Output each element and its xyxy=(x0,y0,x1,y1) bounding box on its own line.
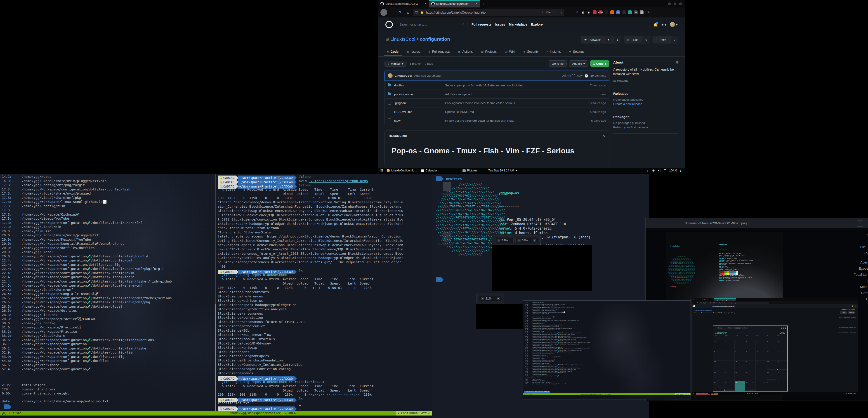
commit-message[interactable]: Add files via upload xyxy=(414,74,440,77)
calendar-day-cell[interactable]: 3 xyxy=(777,381,787,391)
file-commit-message[interactable]: Update README.md xyxy=(445,110,582,114)
repo-owner-link[interactable]: LinuxIsCool xyxy=(391,36,415,42)
extension-icon[interactable] xyxy=(593,10,596,14)
calendar-day-cell[interactable]: 12 xyxy=(777,350,787,360)
calendar-day-cell[interactable]: 6 xyxy=(713,350,724,360)
eog-headerbar[interactable]: Screenshot from 2020-09-29 01-02-25.png … xyxy=(646,218,868,229)
terminal-prompt[interactable]: ~ xyxy=(436,277,448,282)
github-nav-link[interactable]: Pull requests xyxy=(471,23,491,26)
repo-tab[interactable]: ▶ Actions xyxy=(455,48,476,56)
chevron-down-icon[interactable]: ⌄ xyxy=(509,239,512,242)
file-name[interactable]: dotfiles xyxy=(394,84,445,87)
extension-icon[interactable]: ⫼ xyxy=(575,10,579,14)
calendar-day-cell[interactable]: 2918.4°C xyxy=(735,381,745,391)
tab-close-icon[interactable]: ✕ xyxy=(475,2,477,5)
taskbar-status-icons[interactable]: ☾ 100 % ▴ xyxy=(647,169,685,172)
calendar-day-cell[interactable]: 27 xyxy=(713,381,724,391)
calendar-day-cell[interactable]: 14 xyxy=(724,360,735,370)
calendar-day-cell[interactable]: 4 xyxy=(766,340,777,350)
bookmark-star-icon[interactable]: ☆ xyxy=(559,11,562,14)
calendar-day-cell[interactable]: 21 xyxy=(724,371,735,381)
extension-icon[interactable]: ↓ xyxy=(569,10,573,14)
commit-hash[interactable]: 2d9ddff xyxy=(562,74,575,78)
tag-count[interactable]: 0 tags xyxy=(425,62,433,65)
latest-commit-bar[interactable]: LinuxIsCool Add files via upload 2d9ddff… xyxy=(384,70,610,81)
github-search[interactable]: Search or jump to... / xyxy=(397,21,467,28)
file-commit-message[interactable]: Add files via upload xyxy=(445,92,582,96)
tmux-window-list[interactable]: [0] 1:fish* xyxy=(0,411,22,415)
browser-tab-configuration[interactable]: LinuxIsCool/configuration ✕ xyxy=(429,0,480,7)
code-button[interactable]: ⤓Code ▾ xyxy=(590,60,610,67)
zoom-out-button[interactable]: − xyxy=(481,297,484,300)
readme-filename[interactable]: README.md xyxy=(389,134,407,138)
taskbar-item-calendar[interactable]: Calendar xyxy=(419,168,439,173)
extension-icon[interactable] xyxy=(604,10,608,14)
publish-package-link[interactable]: Publish your first package xyxy=(613,125,679,129)
file-name[interactable]: .gitignore xyxy=(394,101,445,105)
extension-icon[interactable]: V xyxy=(616,10,620,14)
repo-tab[interactable]: ‹› Code xyxy=(384,48,402,56)
status-menu-caret[interactable]: ▴ xyxy=(680,169,681,172)
new-tab-button[interactable]: + xyxy=(480,0,488,7)
zoom-out-button[interactable]: − xyxy=(518,239,521,242)
calendar-day-cell[interactable]: 11 xyxy=(766,350,777,360)
commit-count[interactable]: 19 commits xyxy=(590,74,606,77)
repo-tab[interactable]: ≈ Insights xyxy=(544,48,564,56)
calendar-month-view[interactable]: Month xyxy=(735,327,741,329)
goto-file-button[interactable]: Go to file xyxy=(549,60,567,67)
url-text[interactable]: https://github.com/LinuxIsCool/configura… xyxy=(426,11,487,14)
calendar-day-cell[interactable]: 17 xyxy=(755,360,766,370)
calendar-day-cell[interactable]: 13 xyxy=(713,360,724,370)
back-button[interactable]: ← xyxy=(380,9,387,16)
zoom-in-button[interactable]: + xyxy=(497,297,500,300)
url-bar[interactable]: 🛡 🔒 https://github.com/LinuxIsCool/confi… xyxy=(413,9,564,16)
file-commit-message[interactable]: Super supe up my fish with fzf. Batterie… xyxy=(445,84,582,87)
calendar-year-view[interactable]: Year xyxy=(742,327,748,329)
repo-name-link[interactable]: configuration xyxy=(420,36,450,42)
edit-pencil-icon[interactable]: ✎ xyxy=(602,134,605,138)
browser-tab-blockscience[interactable]: BlockScience/cadCAD-O ✕ xyxy=(378,0,429,7)
star-count[interactable]: 0 xyxy=(643,36,650,43)
calendar-day-cell[interactable]: 3018.5°C xyxy=(745,381,756,391)
extension-icon[interactable]: ✻ xyxy=(634,10,638,14)
file-name[interactable]: stow xyxy=(394,119,445,122)
fullscreen-button[interactable]: ⛶ xyxy=(857,220,863,227)
calendar-day-cell[interactable]: 26 xyxy=(777,371,787,381)
branch-selector[interactable]: ⑂ master▾ xyxy=(384,61,406,67)
calendar-today-button[interactable]: Today xyxy=(717,327,723,329)
commit-author[interactable]: LinuxIsCool xyxy=(395,74,412,77)
calendar-nav-arrows[interactable]: ‹ › xyxy=(724,327,726,329)
calendar-day-cell[interactable]: 9 xyxy=(745,350,756,360)
fork-button[interactable]: ⑂Fork 0 xyxy=(653,36,678,43)
reload-button[interactable]: ⟳ xyxy=(397,10,403,14)
cadcad-pane[interactable]: 🐍CADCAD~/Workspace/Practice🏹/CADCADfclon… xyxy=(216,174,432,411)
calendar-day-cell[interactable]: 20 xyxy=(713,371,724,381)
github-nav-link[interactable]: Issues xyxy=(495,23,505,26)
repo-tab[interactable]: ▦ Projects xyxy=(477,48,500,56)
zoom-control[interactable]: − 38% ⌄ + xyxy=(515,238,538,243)
calendar-day-cell[interactable]: 24 xyxy=(755,371,766,381)
extension-icon[interactable]: ◉ xyxy=(587,10,591,14)
calendar-day-cell[interactable]: 22 xyxy=(735,371,745,381)
calendar-day-cell[interactable]: 19 xyxy=(777,360,787,370)
home-button[interactable]: ⌂ xyxy=(405,10,411,14)
window-controls[interactable] xyxy=(668,0,685,7)
fish-prompt[interactable]: ~ xyxy=(4,405,11,409)
calendar-day-cell[interactable]: 18.2°C xyxy=(755,381,766,391)
file-name[interactable]: popos-gnome xyxy=(394,92,445,96)
github-logo[interactable] xyxy=(385,21,393,28)
calendar-day-cell[interactable]: 16 xyxy=(745,360,756,370)
file-name[interactable]: README.md xyxy=(394,110,445,114)
extension-icon[interactable] xyxy=(628,10,632,14)
extension-icon[interactable]: ▣ xyxy=(581,10,585,14)
star-button[interactable]: ☆Star 0 xyxy=(624,36,650,43)
zoom-level-badge[interactable]: 110% xyxy=(542,11,553,14)
tmux-pane-divider[interactable] xyxy=(215,174,216,411)
extension-icon[interactable] xyxy=(622,10,626,14)
chevron-down-icon[interactable]: ⌄ xyxy=(529,239,532,242)
calendar-new-event-button[interactable]: + xyxy=(715,327,715,329)
zoom-control[interactable]: − 21% ⌄ + xyxy=(479,296,502,301)
tab-close-icon[interactable]: ✕ xyxy=(424,2,427,5)
fork-count[interactable]: 0 xyxy=(671,36,678,43)
calendar-day-cell[interactable]: 1 xyxy=(735,340,745,350)
